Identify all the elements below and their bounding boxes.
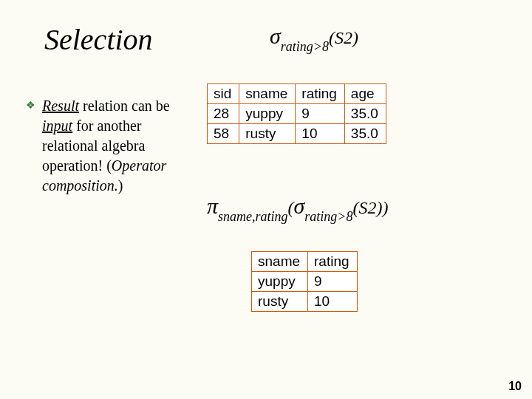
table-row: 28 yuppy 9 35.0	[208, 104, 386, 124]
cell: 9	[296, 104, 345, 124]
pi-symbol: π	[207, 194, 218, 218]
col-rating: rating	[308, 252, 358, 272]
bullet-text: Result relation can be input for another…	[42, 96, 174, 196]
sigma-symbol: σ	[270, 24, 281, 48]
col-sname: sname	[239, 84, 296, 104]
table-header-row: sname rating	[252, 252, 358, 272]
page-number: 10	[508, 380, 522, 393]
cell: yuppy	[252, 272, 308, 292]
formula-projection-selection: πsname,rating(σrating>8(S2))	[207, 194, 388, 220]
cell: 58	[208, 124, 239, 144]
table-row: 58 rusty 10 35.0	[208, 124, 386, 144]
cell: yuppy	[239, 104, 296, 124]
bullet-block: ❖ Result relation can be input for anoth…	[26, 96, 174, 196]
word-input: input	[42, 117, 72, 134]
open-paren: (	[288, 198, 294, 217]
cell: 35.0	[344, 124, 386, 144]
phrase-3: )	[118, 177, 123, 194]
cell: rusty	[239, 124, 296, 144]
col-age: age	[344, 84, 386, 104]
diamond-bullet-icon: ❖	[26, 99, 35, 112]
sigma-symbol-2: σ	[294, 194, 305, 218]
cell: 10	[296, 124, 345, 144]
cell: 10	[308, 292, 358, 312]
page-title: Selection	[44, 22, 153, 57]
word-result: Result	[42, 98, 79, 114]
sigma-subscript-2: rating>8	[304, 209, 352, 224]
cell: 35.0	[344, 104, 386, 124]
formula-selection: σrating>8(S2)	[270, 24, 358, 50]
table-projection-result: sname rating yuppy 9 rusty 10	[251, 251, 358, 312]
col-sid: sid	[208, 84, 239, 104]
table-selection-result: sid sname rating age 28 yuppy 9 35.0 58 …	[207, 83, 386, 144]
table-row: yuppy 9	[252, 272, 358, 292]
col-sname: sname	[252, 252, 308, 272]
sigma-arg: (S2)	[329, 28, 358, 47]
table-header-row: sid sname rating age	[208, 84, 386, 104]
sigma-subscript: rating>8	[281, 39, 329, 54]
col-rating: rating	[296, 84, 345, 104]
sigma-arg-2: (S2))	[352, 198, 388, 217]
pi-subscript: sname,rating	[218, 209, 288, 224]
cell: rusty	[252, 292, 308, 312]
phrase-1: relation can be	[79, 98, 170, 114]
cell: 28	[208, 104, 239, 124]
slide: Selection ❖ Result relation can be input…	[0, 0, 532, 399]
table-row: rusty 10	[252, 292, 358, 312]
cell: 9	[308, 272, 358, 292]
